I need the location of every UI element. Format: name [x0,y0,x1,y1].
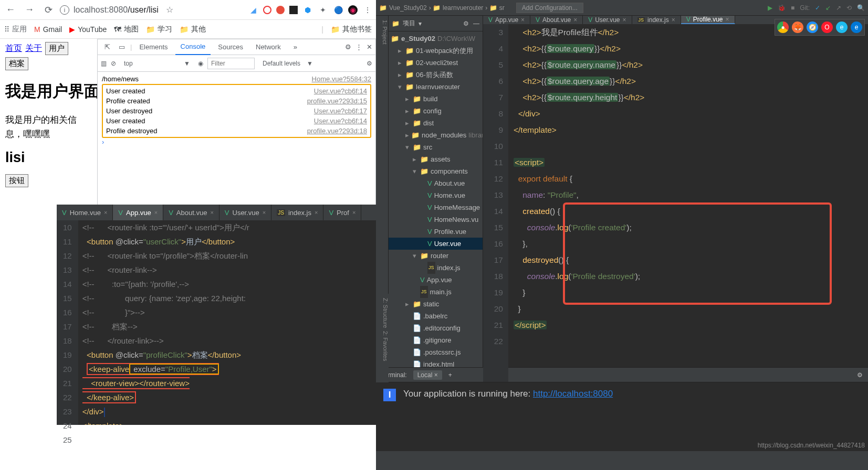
tab-network[interactable]: Network [250,39,286,55]
tree-Profile.vue[interactable]: VProfile.vue [389,226,483,238]
profile-button[interactable]: 档案 [5,57,28,70]
tree-assets[interactable]: ▸📁assets [389,153,483,165]
editor-tab-index.js[interactable]: JS index.js × [632,16,681,24]
bm-youtube[interactable]: ▶ YouTube [69,25,107,34]
breadcrumb[interactable]: 📁 Vue_Study02 › 📁 learnvuerouter › 📁 sr [379,4,505,12]
tree-.babelrc[interactable]: 📄.babelrc [389,310,483,322]
apps-shortcut[interactable]: ⠿ 应用 [4,25,27,34]
git-update-icon[interactable]: ✓ [815,4,820,12]
bm-map[interactable]: 🗺 地图 [114,25,139,34]
tree-components[interactable]: ▾📁components [389,165,483,177]
tree-.editorconfig[interactable]: 📄.editorconfig [389,322,483,334]
more-icon[interactable]: ⋮ [355,43,362,51]
clear-console-icon[interactable]: ⊘ [111,60,116,67]
link-home[interactable]: 首页 [5,43,22,54]
run-icon[interactable]: ▶ [768,4,772,12]
tree-node_modules[interactable]: ▸📁node_modules librar [389,129,483,141]
tree-About.vue[interactable]: VAbout.vue [389,177,483,189]
editor-tab-Profile.vue[interactable]: V Profile.vue × [681,16,735,24]
levels-select[interactable]: Default levels▼ [259,58,317,69]
filter-input[interactable] [207,58,255,69]
tree-index.js[interactable]: JSindex.js [389,262,483,274]
tab-User.vue[interactable]: V User.vue × [219,205,271,220]
bm-gmail[interactable]: M Gmail [34,25,62,34]
tree-Home.vue[interactable]: VHome.vue [389,189,483,201]
stop-icon[interactable]: ■ [791,4,794,12]
inspect-icon[interactable]: ⇱ [101,43,113,51]
tab-Prof[interactable]: V Prof × [323,205,361,220]
tab-index.js[interactable]: JS index.js × [271,205,323,220]
bm-other-bookmarks[interactable]: 📁 其他书签 [331,25,372,34]
bookmark-star-icon[interactable]: ☆ [166,5,173,15]
tree-index.html[interactable]: 📄index.html [389,358,483,367]
address-bar[interactable]: localhost:8080/user/lisi [74,5,159,15]
terminal-add-icon[interactable]: + [448,371,452,379]
extensions-icon[interactable]: ✦ [318,5,328,15]
tree-02-vuecli2test[interactable]: ▸📁02-vuecli2test [389,57,483,69]
tree-src[interactable]: ▾📁src [389,141,483,153]
ext-icon-3[interactable] [276,6,285,14]
tree-main.js[interactable]: JSmain.js [389,286,483,298]
tree-01-webpack的使用[interactable]: ▸📁01-webpack的使用 [389,45,483,57]
reload-button[interactable]: ⟳ [41,3,56,17]
context-select[interactable]: top▼ [120,58,194,69]
tab-App.vue[interactable]: V App.vue × [113,205,163,220]
link-about[interactable]: 关于 [25,43,42,54]
terminal-link[interactable]: http://localhost:8080 [533,389,613,399]
git-commit-icon[interactable]: ↙ [825,4,831,12]
tree-.postcssrc.js[interactable]: 📄.postcssrc.js [389,346,483,358]
tabs-more[interactable]: » [288,39,302,55]
ext-icon-2[interactable] [263,6,271,14]
live-expression-icon[interactable]: ◉ [198,60,203,67]
debug-icon[interactable]: 🐞 [778,4,786,12]
search-icon[interactable]: 🔍 [857,4,865,12]
tab-sources[interactable]: Sources [213,39,248,55]
tab-elements[interactable]: Elements [134,39,173,55]
tree-.gitignore[interactable]: 📄.gitignore [389,334,483,346]
tab-console[interactable]: Console [175,39,211,55]
project-tree[interactable]: 📁e_Study02 D:\CWork\W▸📁01-webpack的使用▸📁02… [389,31,483,367]
tree-HomeNews.vu[interactable]: VHomeNews.vu [389,213,483,226]
ext-icon-7[interactable]: ◉ [348,5,358,15]
ext-icon-4[interactable] [289,6,298,14]
back-button[interactable]: ← [3,3,18,17]
git-push-icon[interactable]: ↗ [836,4,841,12]
tree-router[interactable]: ▾📁router [389,250,483,262]
settings-icon[interactable]: ⚙ [345,43,351,51]
ext-icon-5[interactable]: ⬢ [302,5,313,15]
editor-code[interactable]: <h2>我是Profile组件</h2> <h2>{{$route.query}… [508,24,650,382]
menu-icon[interactable]: ⋮ [362,5,373,15]
tree-User.vue[interactable]: VUser.vue [389,238,483,250]
bm-study[interactable]: 📁 学习 [146,25,172,34]
tree-static[interactable]: ▸📁static [389,298,483,310]
tab-Home.vue[interactable]: V Home.vue × [57,205,113,220]
git-history-icon[interactable]: ⟲ [846,4,852,12]
bm-other[interactable]: 📁 其他 [180,25,206,34]
site-info-icon[interactable]: i [60,5,69,15]
project-settings-icon[interactable]: ⚙ [463,20,469,27]
tab-About.vue[interactable]: V About.vue × [163,205,219,220]
editor-tab-User.vue[interactable]: V User.vue × [583,16,632,24]
tree-06-箭头函数[interactable]: ▸📁06-箭头函数 [389,69,483,81]
user-button[interactable]: 用户 [45,42,68,55]
terminal-tab-local[interactable]: Local × [413,370,442,380]
device-icon[interactable]: ▭ [116,43,128,51]
forward-button[interactable]: → [22,3,37,17]
action-button[interactable]: 按钮 [5,174,28,187]
tree-HomeMessage[interactable]: VHomeMessage [389,201,483,213]
terminal-output[interactable]: I Your application is running here: http… [376,382,868,451]
run-config-select[interactable]: Add Configuration... [516,3,583,13]
console-settings-icon[interactable]: ⚙ [367,60,372,67]
tree-learnvuerouter[interactable]: ▾📁learnvuerouter [389,81,483,93]
tree-build[interactable]: ▸📁build [389,93,483,105]
ext-icon-6[interactable]: 🔵 [333,5,343,15]
sidebar-toggle-icon[interactable]: ▥ [101,60,107,67]
tree-config[interactable]: ▸📁config [389,105,483,117]
editor-tab-App.vue[interactable]: V App.vue × [483,16,530,24]
ext-icon-1[interactable]: ◢ [248,5,258,15]
close-devtools-icon[interactable]: ✕ [367,43,372,51]
code-editor[interactable]: <!-- <router-link :to="'/user/'+ userId"… [78,220,254,425]
editor-tab-About.vue[interactable]: V About.vue × [530,16,583,24]
tree-dist[interactable]: ▸📁dist [389,117,483,129]
project-collapse-icon[interactable]: — [473,20,479,27]
